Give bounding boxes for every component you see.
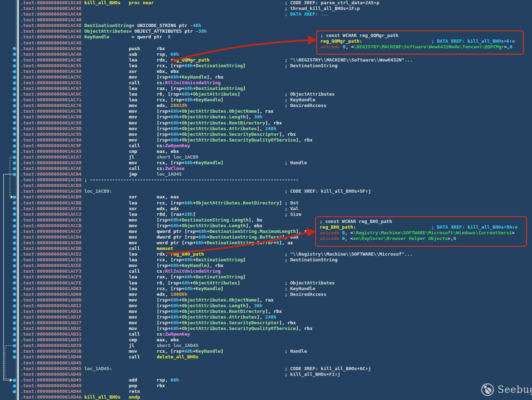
- breakpoint-dot[interactable]: [13, 98, 16, 102]
- disasm-line[interactable]: .text:000000000001AC4Eleardx, reg_QQMgr_…: [0, 57, 532, 63]
- disasm-line[interactable]: .text:000000000001AD08movedx, 10008h; De…: [0, 292, 532, 297]
- breakpoint-dot[interactable]: [13, 139, 16, 142]
- breakpoint-dot[interactable]: [13, 201, 16, 204]
- disasm-line[interactable]: .text:000000000001ACAEcallcs:ZwClose: [0, 166, 532, 171]
- disasm-line[interactable]: .text:000000000001AC76movedx, 20019h; De…: [0, 103, 532, 108]
- breakpoint-dot[interactable]: [13, 213, 16, 216]
- breakpoint-dot[interactable]: [13, 144, 16, 148]
- disasm-line[interactable]: .text:000000000001AD3Bmovrcx, [rsp+68h+K…: [0, 348, 532, 354]
- disasm-line[interactable]: .text:000000000001AD4Akill_all_BHOsendp: [0, 394, 532, 400]
- breakpoint-dot[interactable]: [13, 258, 16, 262]
- disasm-line[interactable]: .text:000000000001AD2Cmov[rsp+68h+Object…: [0, 326, 532, 331]
- disasm-line[interactable]: .text:000000000001AC48DestinationString=…: [0, 23, 532, 28]
- breakpoint-dot[interactable]: [13, 156, 16, 159]
- disasm-line[interactable]: .text:000000000001AD45loc_1AD45:; CODE X…: [0, 366, 532, 372]
- breakpoint-dot[interactable]: [13, 224, 16, 228]
- disasm-line[interactable]: .text:000000000001AC48kill_all_BHOsproc …: [0, 0, 532, 6]
- disasm-line[interactable]: .text:000000000001AD49poprbx: [0, 383, 532, 389]
- breakpoint-dot[interactable]: [13, 350, 16, 353]
- disasm-line[interactable]: .text:000000000001AC61callcs:RtlInitUnic…: [0, 80, 532, 86]
- disasm-line[interactable]: .text:000000000001ACB9loc_1ACB9:; CODE X…: [0, 188, 532, 194]
- breakpoint-dot[interactable]: [13, 310, 16, 313]
- breakpoint-dot[interactable]: [13, 127, 16, 130]
- disasm-line[interactable]: .text:000000000001AC5Axorebx, ebx: [0, 69, 532, 74]
- disasm-line[interactable]: .text:000000000001ACA5cmpeax, ebx: [0, 149, 532, 154]
- breakpoint-dot[interactable]: [13, 161, 16, 165]
- breakpoint-dot[interactable]: [13, 104, 16, 107]
- breakpoint-dot[interactable]: [13, 59, 16, 62]
- breakpoint-dot[interactable]: [13, 304, 16, 308]
- breakpoint-dot[interactable]: [13, 64, 16, 68]
- disasm-line[interactable]: .text:000000000001AC6Clear8, [rsp+68h+Ob…: [0, 91, 532, 97]
- disasm-line[interactable]: .text:000000000001ACE2leardx, reg_BHO_pa…: [0, 251, 532, 257]
- breakpoint-dot[interactable]: [13, 70, 16, 73]
- disasm-line[interactable]: .text:000000000001ACB9: [0, 183, 532, 188]
- disasm-line[interactable]: .text:000000000001AC9Fcallcs:ZwOpenKey: [0, 143, 532, 149]
- disasm-line[interactable]: .text:000000000001AD31callcs:ZwOpenKey: [0, 331, 532, 337]
- breakpoint-dot[interactable]: [13, 281, 16, 284]
- disasm-line[interactable]: .text:000000000001AC71learcx, [rsp+68h+K…: [0, 97, 532, 103]
- breakpoint-dot[interactable]: [13, 121, 16, 124]
- disasm-line[interactable]: .text:000000000001ACC0xoredx, edx; Val: [0, 206, 532, 212]
- breakpoint-dot[interactable]: [13, 53, 16, 56]
- breakpoint-dot[interactable]: [13, 93, 16, 96]
- breakpoint-dot[interactable]: [13, 333, 16, 336]
- disasm-line[interactable]: .text:000000000001AC80mov[rsp+68h+Object…: [0, 114, 532, 120]
- breakpoint-dot[interactable]: [13, 384, 16, 388]
- disasm-line[interactable]: .text:000000000001AC48: [0, 17, 532, 23]
- breakpoint-dot[interactable]: [13, 321, 16, 325]
- disasm-line[interactable]: .text:000000000001AC9Amov[rsp+68h+Object…: [0, 137, 532, 143]
- breakpoint-dot[interactable]: [13, 264, 16, 267]
- breakpoint-dot[interactable]: [13, 270, 16, 273]
- disasm-line[interactable]: .text:000000000001AD27mov[rsp+68h+Object…: [0, 320, 532, 326]
- disasm-line[interactable]: .text:000000000001ACB9xoreax, eax: [0, 194, 532, 200]
- breakpoint-dot[interactable]: [13, 81, 16, 85]
- disasm-line[interactable]: .text:000000000001AD0Dmov[rsp+68h+Object…: [0, 297, 532, 303]
- disasm-line[interactable]: .text:000000000001ACBBlearcx, [rsp+68h+O…: [0, 200, 532, 206]
- disasm-line[interactable]: .text:000000000001ACE9learcx, [rsp+68h+D…: [0, 257, 532, 263]
- breakpoint-dot[interactable]: [13, 253, 16, 256]
- breakpoint-dot[interactable]: [13, 338, 16, 342]
- disasm-line[interactable]: .text:000000000001AC48; thread_kill_all_…: [0, 6, 532, 11]
- breakpoint-dot[interactable]: [13, 236, 16, 239]
- disasm-line[interactable]: .text:000000000001AD03learcx, [rsp+68h+K…: [0, 286, 532, 292]
- disasm-line[interactable]: .text:000000000001AD40calldelete_all_BHO…: [0, 354, 532, 360]
- breakpoint-dot[interactable]: [13, 167, 16, 170]
- breakpoint-dot[interactable]: [13, 327, 16, 330]
- breakpoint-dot[interactable]: [13, 247, 16, 250]
- breakpoint-dot[interactable]: [13, 196, 16, 199]
- disasm-line[interactable]: .text:000000000001ACF9learax, [rsp+68h+D…: [0, 274, 532, 280]
- disasm-line[interactable]: .text:000000000001ACB9; ----------------…: [0, 177, 532, 183]
- breakpoint-dot[interactable]: [13, 379, 16, 382]
- disasm-line[interactable]: .text:000000000001AD45; kill_all_BHOs+F1…: [0, 372, 532, 377]
- disasm-line[interactable]: .text:000000000001AD39jlshort loc_1AD45: [0, 343, 532, 348]
- breakpoint-dot[interactable]: [13, 299, 16, 302]
- disasm-line[interactable]: .text:000000000001AD4Aretn: [0, 389, 532, 394]
- breakpoint-dot[interactable]: [13, 76, 16, 79]
- disasm-line[interactable]: .text:000000000001AC8Dmov[rsp+68h+Object…: [0, 126, 532, 132]
- disasm-line[interactable]: .text:000000000001AC55learcx, [rsp+68h+D…: [0, 63, 532, 69]
- disasm-line[interactable]: .text:000000000001ACA7jlshort loc_1ACB9: [0, 154, 532, 160]
- breakpoint-dot[interactable]: [13, 241, 16, 245]
- disasm-line[interactable]: .text:000000000001AC7Bmov[rsp+68h+Object…: [0, 108, 532, 114]
- disassembly-listing[interactable]: .text:000000000001AC48kill_all_BHOsproc …: [0, 0, 532, 400]
- disasm-line[interactable]: .text:000000000001AC5Cmov[rsp+68h+KeyHan…: [0, 74, 532, 80]
- disasm-line[interactable]: .text:000000000001AD12mov[rsp+68h+Object…: [0, 303, 532, 309]
- breakpoint-dot[interactable]: [13, 230, 16, 233]
- breakpoint-dot[interactable]: [13, 116, 16, 119]
- breakpoint-dot[interactable]: [13, 150, 16, 153]
- disasm-line[interactable]: .text:000000000001AC88mov[rsp+68h+Object…: [0, 120, 532, 126]
- breakpoint-dot[interactable]: [13, 207, 16, 210]
- disasm-line[interactable]: .text:000000000001ACA9movrcx, [rsp+68h+K…: [0, 160, 532, 166]
- breakpoint-dot[interactable]: [13, 293, 16, 296]
- disasm-line[interactable]: .text:000000000001AD1Amov[rsp+68h+Object…: [0, 309, 532, 314]
- disasm-line[interactable]: .text:000000000001AD45addrsp, 60h: [0, 377, 532, 383]
- breakpoint-dot[interactable]: [13, 276, 16, 279]
- disasm-line[interactable]: .text:000000000001AD45: [0, 360, 532, 366]
- breakpoint-dot[interactable]: [13, 316, 16, 319]
- disasm-line[interactable]: .text:000000000001AC48; DATA XREF: ...: [0, 11, 532, 17]
- breakpoint-dot[interactable]: [13, 87, 16, 90]
- breakpoint-dot[interactable]: [13, 110, 16, 113]
- breakpoint-dot[interactable]: [13, 173, 16, 176]
- disasm-line[interactable]: .text:000000000001ACFElear8, [rsp+68h+Ob…: [0, 280, 532, 286]
